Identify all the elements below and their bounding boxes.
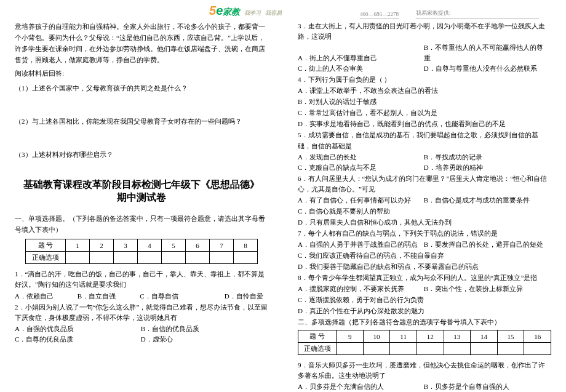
t2-col-11: 11 (390, 330, 417, 343)
mcq5-options: A．发现自己的长处 B．寻找成功的记录 C．克服自己的缺点与不足 D．培养勇敢的… (298, 152, 551, 173)
left-column: 意培养孩子的自理能力和自强精神。全家人外出旅行，不论多么小的孩子，都要背一个小背… (0, 0, 283, 392)
mcq7-a: A．自强的人勇于并善于战胜自己的弱点 (298, 239, 422, 250)
mcq2-stem: 2．小娟因为别人说了一句“你怎么这么胖”，就觉得自己难看，想尽办法节食，以至留下… (15, 302, 268, 323)
mcq5-stem: 5．成功需要自信，自信是成功的基石，我们要唱起自信之歌，必须找到自信的基础，自信… (298, 130, 551, 151)
t1-col-8: 8 (234, 239, 258, 252)
t1-ans-3 (114, 252, 138, 264)
mcq6-a: A．有了自信心，任何事情都可以办好 (298, 195, 422, 206)
question-3: （3）上述材料对你有哪些启示？ (15, 149, 268, 160)
question-2: （2）与上述各国相比，你能发现在我国父母教育子女时存在的一些问题吗？ (15, 116, 268, 127)
mcq7-stem: 7．每个人都有自己的缺点与弱点，下列关于弱点的说法，错误的是 (298, 228, 551, 239)
t2-col-14: 14 (471, 330, 498, 343)
mcq7-b: B．要发挥自己的长处，避开自己的短处 (424, 239, 548, 250)
mcq9-a: A．贝多芬是个充满自信的人 (298, 382, 422, 392)
t2-col-16: 16 (524, 330, 551, 343)
mcq1-stem: 1．“滴自己的汗，吃自己的饭，自己的事，自己干，靠人、靠天、靠祖上，都不算是好汉… (15, 269, 268, 290)
mcq1-d: D．自怜自爱 (202, 291, 263, 302)
mcq1-options: A．依赖自己 B．自立自强 C．自尊自信 D．自怜自爱 (15, 291, 268, 302)
mcq4-a: A．课堂上不敢举手，不敢当众表达自己的看法 (298, 86, 551, 96)
mcq3-b: B．不尊重他人的人不可能赢得他人的尊重 (424, 42, 548, 63)
mcq2-c: C．自尊的优良品质 (15, 334, 139, 345)
mcq3-d: D．自尊与尊重他人没有什么必然联系 (424, 63, 548, 74)
t1-ans-1 (66, 252, 90, 264)
t2-col-13: 13 (444, 330, 471, 343)
mcq4-stem: 4．下列行为属于自负的是（ ） (298, 74, 551, 85)
mcq4-c: C．常常过高估计自己，看不起别人，自以为是 (298, 108, 551, 118)
mcq6-options: A．有了自信心，任何事情都可以办好 B．自信心是成才与成功的重要条件 (298, 195, 551, 206)
t1-col-6: 6 (186, 239, 210, 252)
section-2-heading: 二、多项选择题（把下列各题符合题意的选项字母番号填入下表中） (298, 317, 551, 327)
t1-col-3: 3 (114, 239, 138, 252)
slogan-2: 我容易 (265, 10, 282, 16)
intro-paragraph: 意培养孩子的自理能力和自强精神。全家人外出旅行，不论多么小的孩子，都要背一个小背… (15, 21, 268, 66)
t2-col-12: 12 (417, 330, 444, 343)
mcq1-b: B．自立自强 (78, 291, 138, 302)
logo-text: 家教 (223, 7, 240, 17)
t2-row-label: 正确选项 (298, 343, 337, 355)
answer-table-2: 题 号 9 10 11 12 13 14 15 16 正确选项 (298, 330, 551, 355)
right-column: 3．走在大街上，有人用责怪的目光盯着小明，因为小明毫不在乎地学一位残疾人走路，这… (283, 0, 566, 392)
mcq9-b: B．贝多芬是个自尊自强的人 (424, 382, 548, 392)
reading-prompt: 阅读材料后回答: (15, 68, 268, 79)
t2-col-15: 15 (497, 330, 524, 343)
mcq9-stem: 9．音乐大师贝多芬一生坎坷，屡遭磨难，但他决心去挑住命运的咽喉，创作出了许多著名… (298, 360, 551, 381)
t2-ans-14 (471, 343, 498, 355)
mcq6-stem: 6．有人问居里夫人：“您认为成才的窍门在哪里？”居里夫人肯定地说：“恒心和自信心… (298, 174, 551, 194)
t2-col-10: 10 (363, 330, 390, 343)
t2-ans-11 (390, 343, 417, 355)
mcq8-b: B．突出个性，在装扮上标新立异 (424, 284, 548, 294)
t1-col-1: 1 (66, 239, 90, 252)
t2-ans-16 (524, 343, 551, 355)
t1-ans-6 (186, 252, 210, 264)
mcq5-d: D．培养勇敢的精神 (424, 162, 548, 173)
mcq5-a: A．发现自己的长处 (298, 152, 422, 162)
section-1-heading: 一、单项选择题。（下列各题的备选答案中，只有一项最符合题意，请选出其字母番号填入… (15, 213, 268, 235)
mcq7-d: D．我们要善于隐藏自己的缺点和弱点，不要暴露自己的弱点 (298, 262, 551, 272)
answer-table-1: 题 号 1 2 3 4 5 6 7 8 正确选项 (25, 239, 258, 264)
mcq8-stem: 8．每个青少年学生都渴望真正独立，成为与众不同的人。这里的“真正独立”是指 (298, 273, 551, 283)
t1-ans-4 (138, 252, 162, 264)
t2-ans-9 (337, 343, 363, 355)
t1-col-4: 4 (138, 239, 162, 252)
t2-ans-15 (497, 343, 524, 355)
contact-phone: 400—686—2278 (360, 11, 399, 18)
mcq4-b: B．对别人说的话过于敏感 (298, 97, 551, 107)
t1-ans-2 (90, 252, 114, 264)
logo-5: 5 (209, 4, 216, 17)
mcq5-c: C．克服自己的缺点与不足 (298, 162, 422, 173)
mcq8-c: C．逐渐摆脱依赖，勇于对自己的行为负责 (298, 295, 551, 305)
mcq7-options: A．自强的人勇于并善于战胜自己的弱点 B．要发挥自己的长处，避开自己的短处 (298, 239, 551, 250)
main-title-line1: 基础教育课程改革阶段目标检测七年级下《思想品德》 (15, 178, 268, 191)
mcq5-b: B．寻找成功的记录 (424, 152, 548, 162)
logo-e: e (216, 4, 223, 17)
t1-col-5: 5 (162, 239, 186, 252)
t1-row-label: 正确选项 (26, 252, 66, 264)
t1-col-2: 2 (90, 239, 114, 252)
mcq2-b: B．自信的优良品质 (141, 324, 265, 334)
logo: 5e家教 我学习 我容易 (209, 4, 282, 18)
t2-col-9: 9 (337, 330, 363, 343)
mcq8-options: A．摆脱家庭的控制，不要家长抚养 B．突出个性，在装扮上标新立异 (298, 284, 551, 294)
t1-header-label: 题 号 (26, 239, 66, 252)
mcq6-d: D．只有居里夫人自信和恒心成功，其他人无法办到 (298, 217, 551, 228)
t1-ans-7 (210, 252, 234, 264)
mcq2-d: D．虚荣心 (141, 334, 265, 345)
t2-ans-12 (417, 343, 444, 355)
mcq3-stem: 3．走在大街上，有人用责怪的目光盯着小明，因为小明毫不在乎地学一位残疾人走路，这… (298, 21, 551, 42)
mcq9-options: A．贝多芬是个充满自信的人 B．贝多芬是个自尊自强的人 (298, 382, 551, 392)
mcq2-a: A．自强的优良品质 (15, 324, 139, 334)
question-1: （1）上述各个国家中，父母教育孩子的共同之处是什么？ (15, 82, 268, 94)
mcq3-c: C．街上的人不会审美 (298, 63, 422, 74)
slogan-1: 我学习 (244, 10, 261, 16)
main-title-line2: 期中测试卷 (15, 191, 268, 204)
mcq1-a: A．依赖自己 (15, 291, 76, 302)
t1-ans-5 (162, 252, 186, 264)
t1-ans-8 (234, 252, 258, 264)
mcq1-c: C．自尊自信 (140, 291, 201, 302)
provider-label: 我易家教提供: (416, 9, 539, 18)
t2-ans-13 (444, 343, 471, 355)
mcq3-a: A．街上的人不懂尊重自己 (298, 53, 422, 63)
t2-header-label: 题 号 (298, 330, 337, 343)
mcq2-options: A．自强的优良品质 B．自信的优良品质 C．自尊的优良品质 D．虚荣心 (15, 324, 268, 345)
mcq6-c: C．自信心就是不要别人的帮助 (298, 206, 551, 217)
